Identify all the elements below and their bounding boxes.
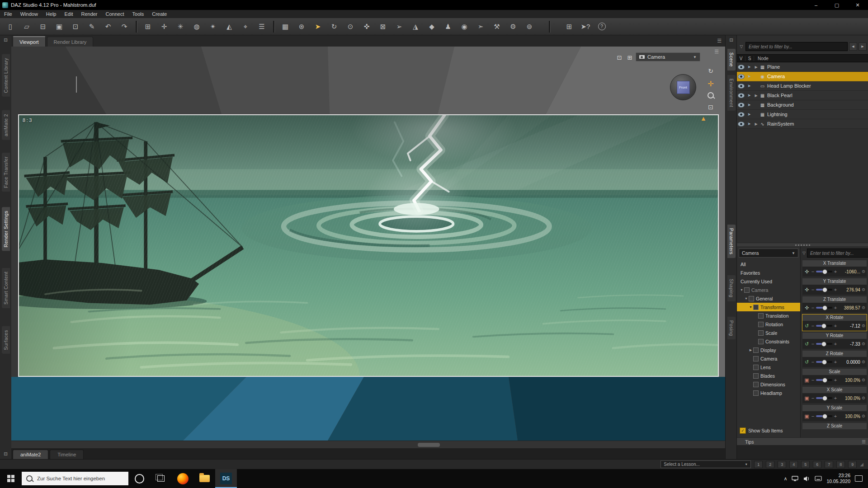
sidebar-tab-smart-content[interactable]: Smart Content (2, 268, 10, 308)
param-group-translation[interactable]: Translation (737, 311, 800, 320)
param-group-favorites[interactable]: Favorites (737, 268, 800, 277)
menu-window[interactable]: Window (16, 10, 42, 18)
scene-node-plane[interactable]: ➤ ▶ ▦ Plane (737, 62, 868, 72)
view-navigation-cube[interactable]: Front (670, 74, 696, 100)
slider-track[interactable] (816, 397, 832, 399)
slider-thumb[interactable] (822, 396, 827, 401)
param-group-camera[interactable]: ▼Camera (737, 286, 800, 294)
save-file-icon[interactable]: ▣ (52, 20, 66, 33)
scene-node-rainsystem[interactable]: ➤ ▶ ∿ RainSystem (737, 119, 868, 129)
zoom-view-icon[interactable] (705, 90, 716, 101)
node-select-tool-icon[interactable]: ➢ (392, 20, 406, 33)
slider-thumb[interactable] (822, 360, 827, 365)
tab-posing[interactable]: Posing (727, 317, 736, 340)
pane-dock-icon[interactable]: ⊟ (4, 38, 7, 42)
start-button[interactable] (0, 469, 22, 488)
geometry-tool-icon[interactable]: ◮ (409, 20, 422, 33)
frame-button[interactable]: 7 (825, 461, 833, 468)
param-group-all[interactable]: All (737, 260, 800, 268)
slider-track[interactable] (816, 361, 832, 363)
sidebar-tab-content-library[interactable]: Content Library (2, 54, 10, 97)
taskbar-search[interactable] (22, 472, 128, 485)
dome-tool-icon[interactable]: ⊛ (295, 20, 308, 33)
gear-icon[interactable]: ⚙ (862, 305, 865, 310)
frame-view-icon[interactable]: ⊡ (705, 102, 716, 113)
selectable-cursor-icon[interactable]: ➤ (747, 112, 751, 117)
render-tool-icon[interactable]: ⊚ (523, 20, 536, 33)
undo-icon[interactable]: ↶ (101, 20, 115, 33)
wrench-tool-icon[interactable]: ⚒ (490, 20, 504, 33)
lesson-selector[interactable]: Select a Lesson... ▼ (660, 460, 751, 468)
sidebar-tab-surfaces[interactable]: Surfaces (2, 326, 10, 354)
tab-timeline[interactable]: Timeline (50, 450, 84, 459)
grid-tool-icon[interactable]: ▦ (278, 20, 292, 33)
nudge-minus-button[interactable]: − (811, 413, 815, 419)
filter-prev-icon[interactable]: ◀ (849, 42, 857, 51)
light-tool-icon[interactable]: ✳ (174, 20, 187, 33)
nudge-plus-button[interactable]: + (834, 305, 837, 310)
visibility-eye-icon[interactable] (738, 65, 745, 70)
param-group-blades[interactable]: Blades (737, 371, 800, 380)
create-group-icon[interactable]: ⊞ (141, 20, 155, 33)
slider-value[interactable]: 100.0% (839, 414, 860, 419)
frame-button[interactable]: 3 (778, 461, 786, 468)
slider-track[interactable] (816, 325, 832, 327)
nudge-plus-button[interactable]: + (834, 413, 837, 419)
redo-icon[interactable]: ↷ (118, 20, 131, 33)
aspect-frame-toggle-icon[interactable]: ⊡ (614, 52, 624, 62)
expand-arrow-icon[interactable]: ▶ (753, 65, 759, 69)
scene-node-black-pearl[interactable]: ➤ ▶ ▦ Black Pearl (737, 91, 868, 100)
slider-value[interactable]: 0.0000 (839, 360, 860, 365)
frame-button[interactable]: 8 (836, 461, 845, 468)
viewport-scrollbar[interactable] (11, 441, 725, 448)
tray-chevron-up-icon[interactable]: ∧ (783, 476, 787, 482)
param-group-display[interactable]: ▶Display (737, 346, 800, 354)
new-file-icon[interactable]: ▯ (4, 20, 17, 33)
tips-label[interactable]: Tips (745, 439, 754, 445)
menu-render[interactable]: Render (77, 10, 101, 18)
sidebar-tab-face-transfer[interactable]: Face Transfer (2, 153, 10, 192)
volume-icon[interactable] (803, 476, 810, 482)
pane-dock-icon[interactable]: ⊟ (4, 451, 7, 456)
aim-tool-icon[interactable]: ⌖ (239, 20, 252, 33)
nav-cube-face[interactable]: Front (677, 81, 690, 94)
menu-help[interactable]: Help (42, 10, 61, 18)
nudge-plus-button[interactable]: + (834, 395, 837, 401)
menu-create[interactable]: Create (148, 10, 171, 18)
param-group-headlamp[interactable]: Headlamp (737, 389, 800, 397)
param-group-camera-settings[interactable]: Camera (737, 354, 800, 363)
slider-thumb[interactable] (822, 378, 827, 383)
gear-icon[interactable]: ⚙ (862, 342, 865, 346)
figure-tool-icon[interactable]: ♟ (441, 20, 455, 33)
frame-corner-arrow-icon[interactable]: ▲ (700, 115, 707, 122)
selectable-cursor-icon[interactable]: ➤ (747, 103, 751, 107)
scene-node-camera[interactable]: ➤ ◉ Camera (737, 72, 868, 81)
align-tool-icon[interactable]: ☰ (255, 20, 269, 33)
pane-menu-icon[interactable]: ☰ (717, 38, 722, 44)
gear-icon[interactable]: ⚙ (862, 269, 865, 274)
selectable-cursor-icon[interactable]: ➤ (747, 65, 751, 69)
slider-value[interactable]: 3898.57 (839, 305, 860, 310)
gear-icon[interactable]: ⚙ (862, 287, 865, 292)
translate-tool-icon[interactable]: ✜ (360, 20, 373, 33)
gear-icon[interactable]: ⚙ (862, 324, 865, 328)
pan-view-icon[interactable]: ✛ (705, 78, 716, 89)
gear-icon[interactable]: ⚙ (862, 360, 865, 364)
menu-connect[interactable]: Connect (102, 10, 128, 18)
parameters-filter-input[interactable] (807, 249, 868, 258)
network-icon[interactable] (792, 475, 799, 482)
slider-value[interactable]: 276.94 (839, 287, 860, 292)
slider-value[interactable]: 100.0% (839, 396, 860, 401)
gear-icon[interactable]: ⚙ (862, 378, 865, 382)
expand-arrow-icon[interactable]: ▶ (753, 94, 759, 98)
param-group-constraints[interactable]: Constraints (737, 337, 800, 346)
orbit-view-icon[interactable]: ↻ (705, 66, 716, 76)
pane-dock-icon[interactable]: ⊟ (729, 38, 733, 42)
param-group-transforms[interactable]: ▼Transforms (737, 303, 800, 311)
node-tool-icon[interactable]: ✛ (157, 20, 171, 33)
gear-icon[interactable]: ⚙ (862, 396, 865, 400)
help-icon[interactable]: ? (595, 20, 609, 33)
slider-value[interactable]: 100.0% (839, 378, 860, 383)
rotate-tool-icon[interactable]: ↻ (327, 20, 341, 33)
keyboard-icon[interactable] (815, 476, 822, 481)
